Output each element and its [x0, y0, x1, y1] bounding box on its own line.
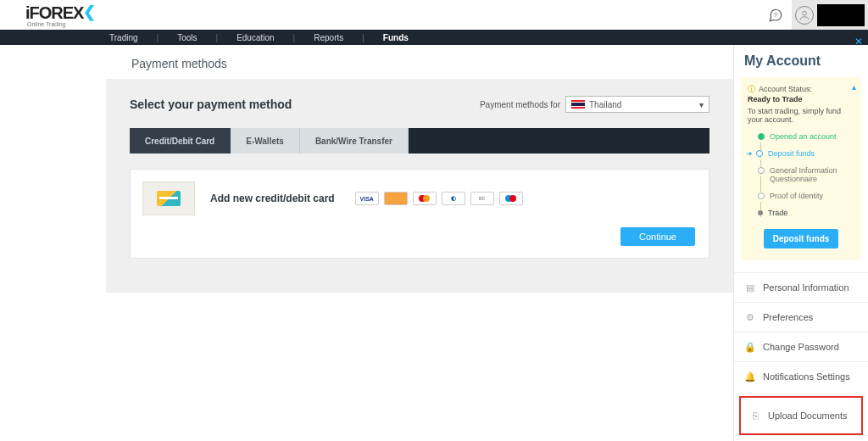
svg-point-1 — [803, 11, 807, 15]
country-value: Thailand — [589, 100, 621, 109]
nav-tools[interactable]: Tools — [174, 33, 200, 42]
nav-trading[interactable]: Trading — [106, 33, 142, 42]
main-nav: Trading|Tools|Education|Reports|Funds — [0, 30, 868, 45]
change-password-icon: 🔒 — [744, 341, 756, 353]
step-deposit-funds[interactable]: ➜Deposit funds — [748, 149, 854, 158]
menu-personal-information[interactable]: ▤Personal Information — [734, 272, 868, 302]
credit-card-icon — [142, 181, 195, 215]
flag-thailand-icon — [571, 100, 585, 109]
chevron-down-icon: ▾ — [699, 100, 704, 109]
upload-documents-icon: ⎘ — [749, 410, 761, 421]
info-icon: ⓘ — [748, 85, 755, 93]
method-title: Add new credit/debit card — [210, 193, 335, 204]
logo-chevron-icon: ❮ — [83, 3, 95, 20]
diners-icon: ◐ — [442, 192, 465, 205]
main-column: Payment methods Select your payment meth… — [0, 45, 733, 441]
notifications-settings-icon: 🔔 — [744, 371, 756, 382]
status-value: Ready to Trade — [748, 95, 803, 103]
speech-bubble-icon: ? — [768, 8, 783, 23]
nav-separator: | — [293, 33, 296, 42]
brand-tagline: Online Trading — [27, 21, 95, 27]
menu-log-out[interactable]: ↪Log Out — [734, 435, 868, 441]
menu-notifications-settings[interactable]: 🔔Notifications Settings — [734, 361, 868, 391]
deposit-funds-button[interactable]: Deposit funds — [764, 229, 838, 248]
step-label: Trade — [768, 209, 787, 217]
pm-for-label: Payment methods for — [480, 100, 560, 109]
menu-label: Personal Information — [763, 282, 849, 293]
bccard-icon: BC — [470, 192, 494, 205]
page-title: Payment methods — [131, 57, 733, 70]
account-chip[interactable] — [792, 0, 868, 30]
preferences-icon: ⚙ — [744, 311, 756, 323]
menu-label: Change Password — [763, 342, 839, 352]
step-dot-icon — [758, 210, 763, 215]
mastercard-icon — [413, 192, 437, 205]
top-bar: iFOREX❮ Online Trading ? — [0, 0, 868, 30]
payment-panel: Select your payment method Payment metho… — [106, 79, 733, 293]
nav-separator: | — [157, 33, 159, 42]
tabs-trailer — [409, 128, 709, 154]
payment-tabs: Credit/Debit CardE-WalletsBank/Wire Tran… — [130, 128, 709, 154]
status-label: Account Status: — [759, 85, 812, 93]
sidebar-title: My Account — [734, 53, 868, 74]
maestro-icon — [499, 192, 523, 205]
step-opened-an-account[interactable]: Opened an account — [748, 132, 854, 141]
tab-e-wallets[interactable]: E-Wallets — [231, 128, 300, 154]
step-general-information-questionnaire[interactable]: General Information Questionnaire — [748, 166, 854, 183]
menu-upload-documents[interactable]: ⎘Upload Documents — [739, 396, 863, 435]
menu-change-password[interactable]: 🔒Change Password — [734, 332, 868, 361]
avatar-icon — [795, 6, 814, 25]
sidebar-menu: ▤Personal Information⚙Preferences🔒Change… — [734, 272, 868, 441]
payment-method-card: Add new credit/debit card VISA ◐ BC Cont… — [130, 169, 709, 259]
collapse-icon[interactable]: ▴ — [852, 82, 856, 92]
status-description: To start trading, simply fund your accou… — [748, 107, 854, 124]
account-name-redacted — [817, 4, 865, 26]
step-proof-of-identity[interactable]: Proof of Identity — [748, 192, 854, 200]
menu-label: Preferences — [763, 312, 813, 322]
nav-education[interactable]: Education — [233, 33, 277, 42]
tab-credit-debit-card[interactable]: Credit/Debit Card — [130, 128, 231, 154]
nav-reports[interactable]: Reports — [310, 33, 347, 42]
panel-heading: Select your payment method — [130, 98, 292, 111]
current-step-marker-icon: ➜ — [746, 149, 753, 158]
step-dot-icon — [756, 150, 763, 157]
nav-funds[interactable]: Funds — [380, 33, 412, 42]
step-label: Deposit funds — [768, 149, 815, 158]
account-status-box: ▴ ⓘ Account Status: Ready to Trade To st… — [741, 77, 861, 260]
continue-button[interactable]: Continue — [620, 227, 695, 246]
sidebar: ✕ My Account ▴ ⓘ Account Status: Ready t… — [733, 45, 868, 441]
payment-methods-for: Payment methods for Thailand ▾ — [480, 96, 709, 113]
help-button[interactable]: ? — [760, 0, 792, 30]
step-label: Opened an account — [770, 132, 837, 141]
svg-text:?: ? — [774, 11, 777, 17]
jcb-icon — [384, 192, 408, 205]
visa-icon: VISA — [355, 192, 379, 205]
step-label: Proof of Identity — [770, 192, 823, 200]
personal-information-icon: ▤ — [744, 282, 756, 293]
step-trade: Trade — [748, 209, 854, 217]
step-dot-icon — [758, 193, 765, 199]
menu-label: Notifications Settings — [763, 371, 850, 382]
close-sidebar-button[interactable]: ✕ — [854, 36, 863, 47]
nav-separator: | — [362, 33, 364, 42]
card-brand-logos: VISA ◐ BC — [355, 192, 523, 205]
nav-separator: | — [216, 33, 219, 42]
country-dropdown[interactable]: Thailand ▾ — [565, 96, 709, 113]
brand-logo[interactable]: iFOREX❮ Online Trading — [25, 3, 95, 27]
onboarding-steps: Opened an account➜Deposit fundsGeneral I… — [748, 132, 854, 217]
step-label: General Information Questionnaire — [770, 166, 854, 183]
step-dot-icon — [758, 133, 765, 140]
menu-preferences[interactable]: ⚙Preferences — [734, 302, 868, 332]
step-dot-icon — [758, 167, 765, 174]
tab-bank-wire-transfer[interactable]: Bank/Wire Transfer — [300, 128, 409, 154]
menu-label: Upload Documents — [768, 410, 848, 421]
